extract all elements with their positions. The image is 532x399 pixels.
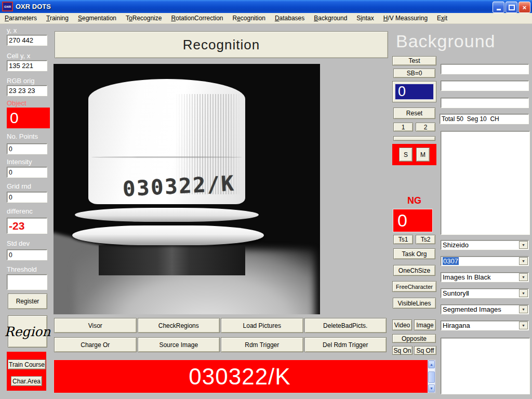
background-input-3[interactable] xyxy=(441,98,529,108)
chevron-down-icon[interactable]: ▼ xyxy=(519,273,528,281)
no-points-value[interactable]: 0 xyxy=(7,143,47,154)
sq-on-button[interactable]: Sq On xyxy=(392,346,413,355)
scroll-up-icon[interactable]: ▲ xyxy=(428,361,435,368)
action-button-deletebadpicts[interactable]: DeleteBadPicts. xyxy=(304,318,387,333)
region-button[interactable]: Region xyxy=(8,315,47,348)
chevron-down-icon[interactable]: ▼ xyxy=(519,289,528,297)
video-button[interactable]: Video xyxy=(392,320,412,330)
dropdown-0307[interactable]: 0307▼ xyxy=(441,256,529,266)
visible-lines-button[interactable]: VisibleLines xyxy=(393,298,436,309)
chevron-down-icon[interactable]: ▼ xyxy=(519,305,528,313)
sb0-button[interactable]: SB=0 xyxy=(393,69,435,78)
ts1-button[interactable]: Ts1 xyxy=(393,235,413,244)
action-button-checkregions[interactable]: CheckRegions xyxy=(138,318,220,333)
menu-item-recognition[interactable]: Recognition xyxy=(228,14,270,23)
scroll-thumb[interactable] xyxy=(428,371,435,383)
action-button-charge-or[interactable]: Charge Or xyxy=(54,337,137,352)
dropdown-segmented-images[interactable]: Segmented Images▼ xyxy=(441,304,529,314)
char-area-button[interactable]: Char.Area xyxy=(11,376,42,386)
no-points-label: No. Points xyxy=(7,132,38,140)
dropdown-value: 0307 xyxy=(443,257,459,265)
menu-item-training[interactable]: Training xyxy=(42,14,73,23)
menu-item-exit[interactable]: Exit xyxy=(432,14,452,23)
threshold-input[interactable] xyxy=(7,274,47,290)
thin-bar[interactable] xyxy=(393,136,435,141)
intensity-label: Intensity xyxy=(7,158,32,166)
grid-rnd-value[interactable]: 0 xyxy=(7,192,47,203)
dropdown-value: SuntoryⅡ xyxy=(443,289,469,297)
scroll-down-icon[interactable]: ▼ xyxy=(428,384,435,392)
background-panel-title: Background xyxy=(396,31,495,51)
dropdown-hiragana[interactable]: Hiragana▼ xyxy=(441,321,529,330)
menu-item-segmentation[interactable]: Segmentation xyxy=(73,14,121,23)
dropdown-value: Segmented Images xyxy=(443,305,501,313)
dropdown-value: Hiragana xyxy=(443,322,470,329)
dropdown-suntory[interactable]: SuntoryⅡ▼ xyxy=(441,288,529,298)
action-button-source-image[interactable]: Source Image xyxy=(138,337,220,352)
background-input-1[interactable] xyxy=(441,64,529,74)
object-label: Object xyxy=(7,99,26,107)
register-button[interactable]: Register xyxy=(8,294,47,309)
ts2-button[interactable]: Ts2 xyxy=(416,235,435,244)
result-text: 030322/K xyxy=(54,360,425,393)
reset-button[interactable]: Reset xyxy=(393,108,435,119)
menu-item-background[interactable]: Background xyxy=(309,14,352,23)
close-icon: × xyxy=(523,4,527,11)
task-org-button[interactable]: Task Org xyxy=(393,248,435,259)
close-button[interactable]: × xyxy=(518,2,530,13)
rgb-orig-value[interactable]: 23 23 23 xyxy=(7,85,47,96)
differenc-value: -23 xyxy=(7,218,47,234)
menu-item-torecognize[interactable]: ToRecognize xyxy=(121,14,166,23)
result-scrollbar[interactable]: ▲ ▼ xyxy=(428,360,435,393)
free-character-button[interactable]: FreeCharacter xyxy=(392,281,436,292)
menu-item-parameters[interactable]: Parameters xyxy=(0,14,42,23)
opposite-button[interactable]: Opposite xyxy=(392,334,436,343)
summary-field[interactable]: Total 50 Seg 10 CH xyxy=(440,114,529,124)
chevron-down-icon[interactable]: ▼ xyxy=(519,241,528,249)
menu-item-h-v-meassuring[interactable]: H/V Meassuring xyxy=(379,14,432,23)
dropdown-images-in-black[interactable]: Images In Black▼ xyxy=(441,272,529,282)
app-window: OXR OXR DOTS × ParametersTrainingSegment… xyxy=(0,0,532,399)
background-input-2[interactable] xyxy=(441,81,529,91)
s-button[interactable]: S xyxy=(399,148,413,162)
one-ch-size-button[interactable]: OneChSize xyxy=(393,265,435,276)
two-button[interactable]: 2 xyxy=(416,123,435,131)
dropdown-value: Images In Black xyxy=(443,273,491,281)
action-button-grid: VisorCheckRegionsLoad PicturesDeleteBadP… xyxy=(54,318,387,353)
window-title: OXR DOTS xyxy=(16,3,51,10)
photo-bottle-neck xyxy=(99,245,245,275)
segment-listbox[interactable] xyxy=(441,131,530,235)
one-button[interactable]: 1 xyxy=(393,123,413,131)
action-button-del-rdm-trigger[interactable]: Del Rdm Trigger xyxy=(304,337,387,352)
minimize-button[interactable] xyxy=(493,2,504,13)
train-course-button[interactable]: Train Course xyxy=(8,360,46,369)
counter-frame: 0 xyxy=(392,81,436,102)
minimize-icon xyxy=(497,9,501,10)
menu-item-rotationcorrection[interactable]: RotationCorrection xyxy=(166,14,228,23)
image-button[interactable]: Image xyxy=(414,320,436,330)
action-button-visor[interactable]: Visor xyxy=(54,318,137,333)
result-listbox[interactable] xyxy=(441,338,530,394)
std-dev-value[interactable]: 0 xyxy=(7,249,47,260)
action-button-load-pictures[interactable]: Load Pictures xyxy=(221,318,303,333)
menubar: ParametersTrainingSegmentationToRecogniz… xyxy=(0,13,532,24)
threshold-label: Threshold xyxy=(7,265,37,273)
photo-neck-ring xyxy=(72,225,264,246)
yx-value[interactable]: 270 442 xyxy=(7,35,47,46)
m-button[interactable]: M xyxy=(416,148,430,162)
grid-rnd-label: Grid rnd xyxy=(7,182,31,190)
chevron-down-icon[interactable]: ▼ xyxy=(519,257,528,265)
intensity-value[interactable]: 0 xyxy=(7,167,47,178)
cell-yx-value[interactable]: 135 221 xyxy=(7,60,47,71)
dropdown-shizeido[interactable]: Shizeido▼ xyxy=(441,240,529,250)
chevron-down-icon[interactable]: ▼ xyxy=(519,322,528,329)
sq-off-button[interactable]: Sq Off xyxy=(414,346,436,355)
photo-display[interactable]: 030322/K xyxy=(54,64,320,314)
test-button[interactable]: Test xyxy=(392,56,436,65)
restore-button[interactable] xyxy=(506,2,517,13)
rgb-orig-label: RGB orig xyxy=(7,77,34,85)
action-button-rdm-trigger[interactable]: Rdm Trigger xyxy=(221,337,303,352)
menu-item-sintax[interactable]: Sintax xyxy=(352,14,378,23)
cell-yx-label: Cell y, x xyxy=(7,52,30,60)
menu-item-databases[interactable]: Databases xyxy=(270,14,309,23)
